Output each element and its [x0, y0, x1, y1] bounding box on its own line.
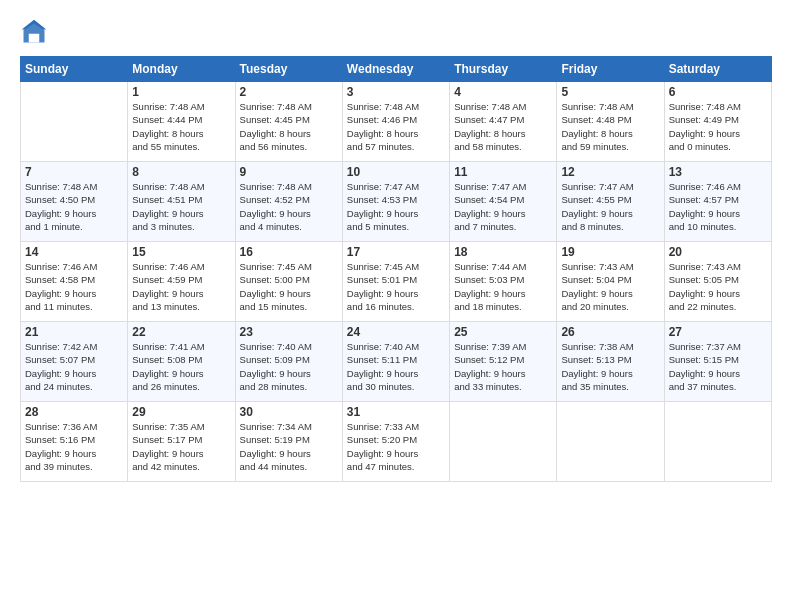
cell-content: Sunrise: 7:39 AM Sunset: 5:12 PM Dayligh… — [454, 340, 552, 393]
day-number: 21 — [25, 325, 123, 339]
day-number: 19 — [561, 245, 659, 259]
day-header-saturday: Saturday — [664, 57, 771, 82]
header — [20, 18, 772, 46]
cell-content: Sunrise: 7:48 AM Sunset: 4:47 PM Dayligh… — [454, 100, 552, 153]
cell-content: Sunrise: 7:48 AM Sunset: 4:46 PM Dayligh… — [347, 100, 445, 153]
day-number: 7 — [25, 165, 123, 179]
calendar-cell: 26Sunrise: 7:38 AM Sunset: 5:13 PM Dayli… — [557, 322, 664, 402]
calendar-cell: 21Sunrise: 7:42 AM Sunset: 5:07 PM Dayli… — [21, 322, 128, 402]
cell-content: Sunrise: 7:48 AM Sunset: 4:51 PM Dayligh… — [132, 180, 230, 233]
cell-content: Sunrise: 7:40 AM Sunset: 5:11 PM Dayligh… — [347, 340, 445, 393]
cell-content: Sunrise: 7:38 AM Sunset: 5:13 PM Dayligh… — [561, 340, 659, 393]
day-number: 4 — [454, 85, 552, 99]
day-number: 29 — [132, 405, 230, 419]
week-row-4: 28Sunrise: 7:36 AM Sunset: 5:16 PM Dayli… — [21, 402, 772, 482]
calendar-cell: 9Sunrise: 7:48 AM Sunset: 4:52 PM Daylig… — [235, 162, 342, 242]
cell-content: Sunrise: 7:48 AM Sunset: 4:49 PM Dayligh… — [669, 100, 767, 153]
day-number: 14 — [25, 245, 123, 259]
day-header-wednesday: Wednesday — [342, 57, 449, 82]
day-number: 10 — [347, 165, 445, 179]
cell-content: Sunrise: 7:35 AM Sunset: 5:17 PM Dayligh… — [132, 420, 230, 473]
day-number: 6 — [669, 85, 767, 99]
cell-content: Sunrise: 7:48 AM Sunset: 4:44 PM Dayligh… — [132, 100, 230, 153]
calendar-cell: 7Sunrise: 7:48 AM Sunset: 4:50 PM Daylig… — [21, 162, 128, 242]
cell-content: Sunrise: 7:37 AM Sunset: 5:15 PM Dayligh… — [669, 340, 767, 393]
cell-content: Sunrise: 7:36 AM Sunset: 5:16 PM Dayligh… — [25, 420, 123, 473]
day-number: 31 — [347, 405, 445, 419]
calendar-cell: 11Sunrise: 7:47 AM Sunset: 4:54 PM Dayli… — [450, 162, 557, 242]
day-header-sunday: Sunday — [21, 57, 128, 82]
day-number: 2 — [240, 85, 338, 99]
cell-content: Sunrise: 7:40 AM Sunset: 5:09 PM Dayligh… — [240, 340, 338, 393]
day-number: 17 — [347, 245, 445, 259]
cell-content: Sunrise: 7:47 AM Sunset: 4:53 PM Dayligh… — [347, 180, 445, 233]
calendar-cell: 28Sunrise: 7:36 AM Sunset: 5:16 PM Dayli… — [21, 402, 128, 482]
calendar-cell — [664, 402, 771, 482]
day-number: 8 — [132, 165, 230, 179]
week-row-1: 7Sunrise: 7:48 AM Sunset: 4:50 PM Daylig… — [21, 162, 772, 242]
day-header-friday: Friday — [557, 57, 664, 82]
day-number: 20 — [669, 245, 767, 259]
cell-content: Sunrise: 7:44 AM Sunset: 5:03 PM Dayligh… — [454, 260, 552, 313]
calendar-cell — [557, 402, 664, 482]
page: SundayMondayTuesdayWednesdayThursdayFrid… — [0, 0, 792, 612]
day-number: 23 — [240, 325, 338, 339]
day-number: 9 — [240, 165, 338, 179]
calendar-cell: 13Sunrise: 7:46 AM Sunset: 4:57 PM Dayli… — [664, 162, 771, 242]
calendar-cell: 12Sunrise: 7:47 AM Sunset: 4:55 PM Dayli… — [557, 162, 664, 242]
calendar-cell: 16Sunrise: 7:45 AM Sunset: 5:00 PM Dayli… — [235, 242, 342, 322]
calendar: SundayMondayTuesdayWednesdayThursdayFrid… — [20, 56, 772, 482]
calendar-cell: 29Sunrise: 7:35 AM Sunset: 5:17 PM Dayli… — [128, 402, 235, 482]
cell-content: Sunrise: 7:46 AM Sunset: 4:57 PM Dayligh… — [669, 180, 767, 233]
cell-content: Sunrise: 7:47 AM Sunset: 4:54 PM Dayligh… — [454, 180, 552, 233]
day-number: 3 — [347, 85, 445, 99]
svg-rect-2 — [29, 34, 40, 43]
day-number: 22 — [132, 325, 230, 339]
week-row-3: 21Sunrise: 7:42 AM Sunset: 5:07 PM Dayli… — [21, 322, 772, 402]
cell-content: Sunrise: 7:48 AM Sunset: 4:48 PM Dayligh… — [561, 100, 659, 153]
day-number: 13 — [669, 165, 767, 179]
day-number: 16 — [240, 245, 338, 259]
calendar-cell: 3Sunrise: 7:48 AM Sunset: 4:46 PM Daylig… — [342, 82, 449, 162]
day-number: 27 — [669, 325, 767, 339]
calendar-cell: 18Sunrise: 7:44 AM Sunset: 5:03 PM Dayli… — [450, 242, 557, 322]
calendar-cell: 20Sunrise: 7:43 AM Sunset: 5:05 PM Dayli… — [664, 242, 771, 322]
calendar-cell: 22Sunrise: 7:41 AM Sunset: 5:08 PM Dayli… — [128, 322, 235, 402]
day-number: 25 — [454, 325, 552, 339]
cell-content: Sunrise: 7:41 AM Sunset: 5:08 PM Dayligh… — [132, 340, 230, 393]
cell-content: Sunrise: 7:45 AM Sunset: 5:01 PM Dayligh… — [347, 260, 445, 313]
calendar-cell: 23Sunrise: 7:40 AM Sunset: 5:09 PM Dayli… — [235, 322, 342, 402]
cell-content: Sunrise: 7:34 AM Sunset: 5:19 PM Dayligh… — [240, 420, 338, 473]
cell-content: Sunrise: 7:46 AM Sunset: 4:58 PM Dayligh… — [25, 260, 123, 313]
cell-content: Sunrise: 7:42 AM Sunset: 5:07 PM Dayligh… — [25, 340, 123, 393]
calendar-cell: 17Sunrise: 7:45 AM Sunset: 5:01 PM Dayli… — [342, 242, 449, 322]
calendar-cell: 25Sunrise: 7:39 AM Sunset: 5:12 PM Dayli… — [450, 322, 557, 402]
cell-content: Sunrise: 7:48 AM Sunset: 4:45 PM Dayligh… — [240, 100, 338, 153]
day-number: 24 — [347, 325, 445, 339]
cell-content: Sunrise: 7:47 AM Sunset: 4:55 PM Dayligh… — [561, 180, 659, 233]
logo-icon — [20, 18, 48, 46]
day-number: 1 — [132, 85, 230, 99]
calendar-cell: 6Sunrise: 7:48 AM Sunset: 4:49 PM Daylig… — [664, 82, 771, 162]
day-header-thursday: Thursday — [450, 57, 557, 82]
calendar-header: SundayMondayTuesdayWednesdayThursdayFrid… — [21, 57, 772, 82]
day-number: 15 — [132, 245, 230, 259]
calendar-cell: 19Sunrise: 7:43 AM Sunset: 5:04 PM Dayli… — [557, 242, 664, 322]
cell-content: Sunrise: 7:33 AM Sunset: 5:20 PM Dayligh… — [347, 420, 445, 473]
day-number: 18 — [454, 245, 552, 259]
day-number: 26 — [561, 325, 659, 339]
calendar-cell: 4Sunrise: 7:48 AM Sunset: 4:47 PM Daylig… — [450, 82, 557, 162]
day-number: 30 — [240, 405, 338, 419]
calendar-cell: 8Sunrise: 7:48 AM Sunset: 4:51 PM Daylig… — [128, 162, 235, 242]
week-row-2: 14Sunrise: 7:46 AM Sunset: 4:58 PM Dayli… — [21, 242, 772, 322]
cell-content: Sunrise: 7:46 AM Sunset: 4:59 PM Dayligh… — [132, 260, 230, 313]
calendar-cell — [450, 402, 557, 482]
calendar-cell: 24Sunrise: 7:40 AM Sunset: 5:11 PM Dayli… — [342, 322, 449, 402]
week-row-0: 1Sunrise: 7:48 AM Sunset: 4:44 PM Daylig… — [21, 82, 772, 162]
cell-content: Sunrise: 7:48 AM Sunset: 4:52 PM Dayligh… — [240, 180, 338, 233]
day-number: 5 — [561, 85, 659, 99]
logo — [20, 18, 52, 46]
day-header-tuesday: Tuesday — [235, 57, 342, 82]
calendar-cell: 14Sunrise: 7:46 AM Sunset: 4:58 PM Dayli… — [21, 242, 128, 322]
day-header-monday: Monday — [128, 57, 235, 82]
